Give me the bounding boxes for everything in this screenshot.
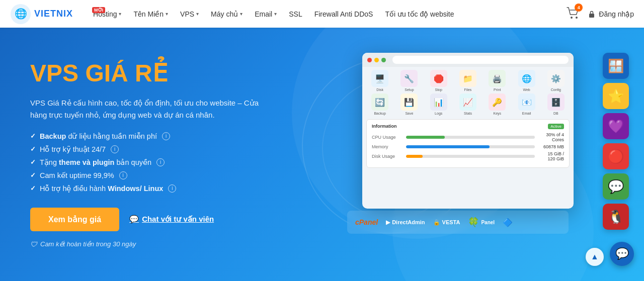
check-icon-4: ✓ (30, 171, 36, 179)
app-label-web: Web (523, 88, 530, 91)
logo-text: VIETNIX (34, 9, 73, 19)
app-icon-db: 🗄️ DB (542, 93, 570, 115)
chat-bubble-icon: 💬 (615, 247, 629, 260)
mem-bar-fill (406, 145, 490, 148)
vesta-logo: 🔒 VESTA (433, 219, 460, 226)
os-icon-windows: 🪟 (603, 53, 629, 79)
hero-content: VPS GIÁ RẺ VPS Giá Rẻ cấu hình cao, tốc … (30, 60, 262, 248)
mem-val: 60878 MB (539, 144, 564, 149)
cpanel-logos: cPanel ▶ DirectAdmin 🔒 VESTA 🍀 Panel 🔷 (347, 211, 569, 234)
info-icon-4[interactable]: i (119, 171, 127, 179)
app-icon-email: 📧 Email (513, 93, 540, 115)
isp-logo: 🔷 (503, 218, 513, 227)
svg-rect-4 (589, 14, 594, 18)
dot-yellow (374, 58, 379, 62)
logo[interactable]: 🌐 VIETNIX (10, 4, 73, 25)
app-box-keys: 🔑 (489, 93, 506, 111)
feature-backup: ✓ Backup dữ liệu hằng tuần miễn phí i (30, 132, 262, 140)
cart-count: 4 (575, 4, 583, 12)
os-icon-star: ⭐ (603, 83, 629, 109)
login-button[interactable]: Đăng nhập (588, 10, 634, 18)
nav-vps-chevron: ▾ (196, 11, 199, 17)
nav-ssl[interactable]: SSL (284, 7, 307, 21)
cpanel-label: cPanel (355, 218, 378, 226)
app-box-logs: 📊 (430, 93, 447, 111)
info-icon-2[interactable]: i (111, 145, 119, 153)
cart-button[interactable]: 4 (567, 7, 580, 22)
disk-bar-wrap (406, 155, 535, 158)
nav-email[interactable]: Email ▾ (250, 7, 282, 21)
info-icon-5[interactable]: i (168, 184, 176, 193)
hero-buttons: Xem bảng giá 💬 Chat với tư vấn viên (30, 208, 262, 231)
feature-theme-text: Tặng theme và plugin bản quyền (40, 158, 151, 166)
cpu-bar-fill (406, 136, 445, 139)
stats-header: Information Active (372, 124, 564, 129)
panel-logo: 🍀 Panel (468, 217, 495, 228)
app-icon-config: ⚙️ Config (542, 70, 570, 91)
nav-email-chevron: ▾ (274, 11, 277, 17)
scroll-top-button[interactable]: ▲ (586, 248, 604, 266)
scroll-top-icon: ▲ (591, 252, 599, 261)
app-icon-stats: 📈 Stats (454, 93, 481, 115)
arrow-icon: ▶ (386, 219, 390, 226)
browser-content: 🖥️ Disk 🔧 Setup 🛑 Stop 📁 Files (362, 67, 574, 171)
disk-stat: Disk Usage 15 GiB / 120 GiB (372, 151, 564, 161)
nav-tendomain[interactable]: Tên Miền ▾ (128, 7, 173, 21)
shield-icon: 🛡 (30, 240, 37, 248)
header: 🌐 VIETNIX MỚI Hosting ▾ Tên Miền ▾ VPS ▾… (0, 0, 644, 28)
hero-image: 🖥️ Disk 🔧 Setup 🛑 Stop 📁 Files (347, 43, 629, 264)
app-icon-setup: 🔧 Setup (395, 70, 423, 91)
feature-uptime: ✓ Cam kết uptime 99,9% i (30, 171, 262, 179)
cpu-stat: CPU Usage 30% of 4 Cores (372, 132, 564, 142)
os-icon-ubuntu: 🔴 (603, 143, 629, 169)
nav-hosting[interactable]: MỚI Hosting ▾ (88, 7, 126, 21)
chat-button[interactable]: 💬 Chat với tư vấn viên (129, 215, 214, 224)
nav-vps[interactable]: VPS ▾ (175, 7, 204, 21)
app-label-config: Config (551, 88, 561, 91)
status-label: Information (372, 124, 397, 129)
nav-ssl-label: SSL (289, 10, 302, 18)
app-box-config: ⚙️ (547, 70, 565, 87)
vesta-icon: 🔒 (433, 219, 440, 226)
app-icon-backup: 🔄 Backup (366, 93, 393, 115)
app-box-web: 🌐 (518, 70, 535, 87)
app-label-keys: Keys (494, 112, 502, 115)
cpanel-logo: cPanel (355, 218, 378, 226)
logo-icon: 🌐 (10, 4, 31, 25)
nav-maychu[interactable]: Máy chủ ▾ (206, 7, 248, 21)
mem-bar-wrap (406, 145, 535, 148)
app-icon-logs: 📊 Logs (425, 93, 452, 115)
nav-toiuu-label: Tối ưu tốc độ website (385, 10, 454, 18)
app-label-setup: Setup (405, 88, 414, 91)
nav-tendomain-label: Tên Miền (133, 10, 164, 18)
nav-firewall-label: Firewall Anti DDoS (314, 10, 373, 18)
cpu-val: 30% of 4 Cores (539, 132, 564, 142)
app-icon-grid: 🖥️ Disk 🔧 Setup 🛑 Stop 📁 Files (366, 70, 570, 115)
app-label-logs: Logs (435, 112, 442, 115)
info-icon-3[interactable]: i (156, 158, 165, 166)
url-bar (392, 56, 569, 64)
hero-title: VPS GIÁ RẺ (30, 60, 262, 87)
app-label-email: Email (522, 112, 531, 115)
nav-firewall[interactable]: Firewall Anti DDoS (309, 7, 378, 21)
app-label-file: Files (464, 88, 472, 91)
cpu-bar-wrap (406, 136, 535, 139)
os-icon-star2: 💜 (603, 113, 629, 139)
disk-label: Disk Usage (372, 154, 402, 159)
app-box-save: 💾 (400, 93, 418, 111)
app-icon-disk: 🖥️ Disk (366, 70, 393, 91)
chat-icon: 💬 (129, 215, 139, 224)
chat-bubble[interactable]: 💬 (610, 242, 634, 266)
app-label-print: Print (494, 88, 501, 91)
hero-description: VPS Giá Rẻ cấu hình cao, tốc độ ổn định,… (30, 97, 262, 121)
browser-bar (362, 53, 574, 67)
dot-red (367, 58, 372, 62)
app-icon-save: 💾 Save (395, 93, 423, 115)
nav-email-label: Email (255, 10, 272, 18)
os-icons: 🪟 ⭐ 💜 🔴 💬 🐧 (603, 53, 629, 230)
check-icon-5: ✓ (30, 184, 36, 192)
disk-bar-fill (406, 155, 423, 158)
info-icon-1[interactable]: i (162, 132, 170, 140)
nav-toiuu[interactable]: Tối ưu tốc độ website (380, 7, 459, 21)
view-price-button[interactable]: Xem bảng giá (30, 208, 119, 231)
